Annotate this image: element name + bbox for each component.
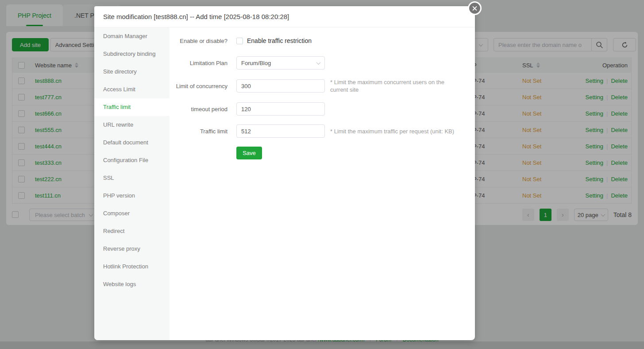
modal-menu: Domain ManagerSubdirectory bindingSite d…: [94, 27, 170, 340]
limitation-plan-value: Forum/Blog: [241, 60, 271, 66]
timeout-input[interactable]: [236, 102, 325, 116]
menu-item-php-version[interactable]: PHP version: [94, 187, 170, 205]
timeout-label: timeout period: [170, 106, 236, 112]
menu-item-hotlink-protection[interactable]: Hotlink Protection: [94, 258, 170, 275]
enable-label: Enable or disable?: [170, 38, 236, 44]
enable-traffic-checkbox[interactable]: [236, 38, 243, 44]
menu-item-traffic-limit[interactable]: Traffic limit: [94, 98, 170, 116]
modal-title: Site modification [test888.cn] -- Add ti…: [94, 6, 475, 27]
menu-item-access-limit[interactable]: Access Limit: [94, 81, 170, 98]
traffic-limit-form: Enable or disable? Enable traffic restri…: [170, 27, 475, 340]
close-icon: [472, 5, 478, 11]
menu-item-url-rewrite[interactable]: URL rewrite: [94, 116, 170, 134]
menu-item-configuration-file[interactable]: Configuration File: [94, 151, 170, 169]
concurrency-hint: * Limit the maximum concurrent users on …: [330, 78, 463, 93]
enable-traffic-checkbox-label: Enable traffic restriction: [247, 37, 312, 44]
menu-item-default-document[interactable]: Default document: [94, 134, 170, 151]
concurrency-input[interactable]: [236, 79, 325, 93]
menu-item-reverse-proxy[interactable]: Reverse proxy: [94, 240, 170, 258]
menu-item-composer[interactable]: Composer: [94, 205, 170, 222]
menu-item-redirect[interactable]: Redirect: [94, 222, 170, 240]
limitation-plan-select[interactable]: Forum/Blog: [236, 56, 325, 70]
menu-item-subdirectory-binding[interactable]: Subdirectory binding: [94, 45, 170, 63]
menu-item-domain-manager[interactable]: Domain Manager: [94, 27, 170, 45]
screen: PHP Project .NET Project Add site Advanc…: [0, 0, 644, 349]
traffic-limit-label: Traffic limit: [170, 128, 236, 135]
menu-item-site-directory[interactable]: Site directory: [94, 63, 170, 81]
site-modification-modal: Site modification [test888.cn] -- Add ti…: [94, 6, 475, 340]
limitation-plan-label: Limitation Plan: [170, 60, 236, 66]
traffic-limit-hint: * Limit the maximum traffic per request …: [330, 128, 463, 135]
traffic-limit-input[interactable]: [236, 124, 325, 138]
chevron-down-icon: [316, 60, 321, 65]
menu-item-ssl[interactable]: SSL: [94, 169, 170, 187]
menu-item-website-logs[interactable]: Website logs: [94, 275, 170, 293]
concurrency-label: Limit of concurrency: [170, 83, 236, 89]
save-button[interactable]: Save: [236, 147, 262, 159]
modal-close-button[interactable]: [468, 1, 482, 15]
